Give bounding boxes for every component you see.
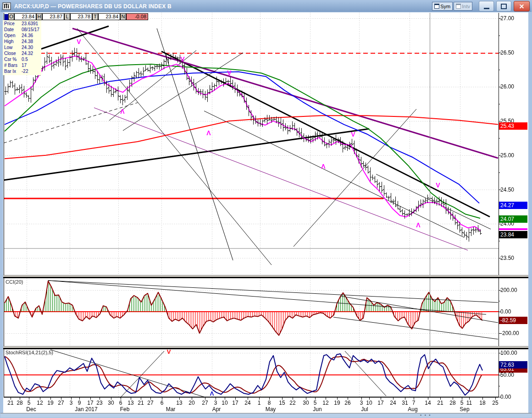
ma-fast-price-tag bbox=[499, 228, 527, 230]
date-axis-day-label: 14 bbox=[425, 400, 431, 406]
price-axis-label: 25.00 bbox=[500, 152, 527, 159]
splitter-grip-icon[interactable]: • • • bbox=[420, 414, 431, 417]
date-axis-month-label: Mar bbox=[166, 406, 176, 412]
quote-field-label: T bbox=[92, 13, 98, 20]
date-axis-day-label: 19 bbox=[47, 400, 53, 406]
readout-row: High24.38 bbox=[4, 38, 41, 44]
date-axis-day-label: 30 bbox=[303, 400, 309, 406]
date-axis-day-label: 12 bbox=[37, 400, 43, 406]
quote-field-label: L bbox=[64, 13, 70, 20]
stoch-axis-label: 50.00 bbox=[500, 372, 527, 378]
readout-row: Date08/15/17 bbox=[4, 27, 41, 33]
date-axis-month-label: Sep bbox=[460, 406, 469, 412]
date-axis-day-label: 15 bbox=[279, 400, 285, 406]
minimize-icon bbox=[484, 8, 489, 9]
date-axis-month-label: Aug bbox=[408, 406, 417, 412]
price-axis-label: 26.00 bbox=[500, 83, 527, 90]
cci-panel-label: CCI(20) bbox=[6, 279, 23, 285]
date-axis-day-label: 26 bbox=[344, 400, 350, 406]
date-axis-day-label: 1 bbox=[258, 400, 261, 406]
intv-button[interactable]: Intv bbox=[454, 2, 472, 11]
date-axis-day-label: 17 bbox=[377, 400, 383, 406]
date-axis-day-label: 6 bbox=[161, 400, 164, 406]
stoch-axis-label: 100.00 bbox=[500, 350, 527, 356]
stoch-axis-label: 0.00 bbox=[500, 394, 527, 400]
date-axis-month-label: Feb bbox=[120, 406, 130, 412]
readout-row: Close24.32 bbox=[4, 50, 41, 56]
quote-field-label: O bbox=[8, 13, 14, 20]
bottom-edge-strip: • • • bbox=[0, 413, 532, 418]
date-axis-day-label: 21 bbox=[437, 400, 443, 406]
date-axis-month-label: Dec bbox=[26, 406, 36, 412]
date-axis-day-label: 6 bbox=[119, 400, 122, 406]
date-axis-day-label: 27 bbox=[147, 400, 153, 406]
date-axis-day-label: 5 bbox=[314, 400, 317, 406]
price-axis-label: 27.00 bbox=[500, 15, 527, 22]
date-axis-day-label: 10 bbox=[222, 400, 227, 406]
date-axis-month-label: May bbox=[266, 406, 276, 412]
readout-row: Open24.36 bbox=[4, 33, 41, 38]
quote-field-value: 23.84 bbox=[14, 13, 36, 20]
readout-row: Price23.6391 bbox=[4, 21, 41, 27]
date-axis-day-label: 28 bbox=[449, 400, 455, 406]
sym-button-label: Sym bbox=[440, 4, 450, 9]
readout-row: Bar Ix-22 bbox=[4, 68, 41, 74]
date-axis-day-label: 23 bbox=[96, 400, 102, 406]
date-axis-month-label: Apr bbox=[212, 406, 221, 412]
price-tag: 24.07 bbox=[499, 215, 527, 223]
date-axis-day-label: 20 bbox=[188, 400, 194, 406]
date-axis-day-label: 11 bbox=[466, 400, 472, 406]
stoch-fast-value-tag: 72.63 bbox=[499, 361, 527, 368]
price-axis-label: 26.50 bbox=[500, 50, 527, 56]
pane-splitter-stochrsi[interactable] bbox=[3, 346, 528, 349]
data-readout-panel: Price23.6391Date08/15/17Open24.36High24.… bbox=[3, 20, 41, 75]
date-axis-day-label: 13 bbox=[176, 400, 182, 406]
date-axis-day-label: 24 bbox=[244, 400, 250, 406]
quote-field-value: 23.87 bbox=[42, 13, 64, 20]
date-axis-day-label: 10 bbox=[366, 400, 372, 406]
window-title: ARCX:UUP,D — POWERSHARES DB US DOLLAR IN… bbox=[14, 3, 172, 10]
date-axis-day-label: 3 bbox=[360, 400, 363, 406]
cci-axis-label: 0.00 bbox=[500, 308, 527, 315]
price-tag: 23.84 bbox=[499, 231, 527, 238]
quote-field-value: -0.08 bbox=[126, 13, 148, 20]
date-axis-day-label: 8 bbox=[268, 400, 271, 406]
readout-row: # Bars17 bbox=[4, 62, 41, 68]
pane-splitter-cci[interactable] bbox=[3, 275, 528, 278]
quote-field-label: N bbox=[120, 13, 126, 20]
readout-row: Low24.30 bbox=[4, 44, 41, 50]
date-axis-day-label: 18 bbox=[479, 400, 485, 406]
intv-button-label: Intv bbox=[462, 4, 470, 9]
titlebar[interactable]: ARCX:UUP,D — POWERSHARES DB US DOLLAR IN… bbox=[0, 0, 532, 12]
restore-button[interactable] bbox=[496, 1, 511, 11]
date-axis-day-label: 7 bbox=[412, 400, 416, 406]
quote-field-value: 23.84 bbox=[98, 13, 120, 20]
date-axis-day-label: 19 bbox=[334, 400, 340, 406]
quote-field-label: H bbox=[36, 13, 42, 20]
date-axis-day-label: 30 bbox=[108, 400, 114, 406]
date-axis-day-label: 27 bbox=[58, 400, 64, 406]
date-axis-month-label: Jun bbox=[313, 406, 321, 412]
intv-window-icon bbox=[456, 4, 461, 9]
date-axis-day-label: 17 bbox=[232, 400, 238, 406]
stochrsi-panel-label: StochRSI(14,21(2),5) bbox=[6, 350, 53, 355]
cci-axis-label: -200.00 bbox=[500, 330, 527, 336]
date-axis-day-label: 31 bbox=[402, 400, 408, 406]
app-icon bbox=[2, 2, 11, 11]
date-axis-day-label: 21 bbox=[7, 400, 13, 406]
price-tag: 25.43 bbox=[499, 122, 527, 130]
date-axis-day-label: 9 bbox=[78, 400, 81, 406]
chart-window: ARCX:UUP,D — POWERSHARES DB US DOLLAR IN… bbox=[0, 0, 532, 418]
price-tag: 24.27 bbox=[499, 202, 527, 209]
close-icon: ✕ bbox=[519, 3, 525, 10]
restore-icon bbox=[501, 4, 507, 9]
date-axis-day-label: 5 bbox=[28, 400, 31, 406]
chart-canvas[interactable] bbox=[0, 0, 532, 418]
date-axis-day-label: 27 bbox=[202, 400, 208, 406]
minimize-button[interactable] bbox=[479, 1, 494, 11]
date-axis-day-label: 17 bbox=[87, 400, 93, 406]
close-button[interactable]: ✕ bbox=[514, 1, 530, 11]
date-axis-day-label: 12 bbox=[322, 400, 328, 406]
date-axis-day-label: 22 bbox=[289, 400, 295, 406]
sym-button[interactable]: Sym bbox=[432, 2, 453, 11]
